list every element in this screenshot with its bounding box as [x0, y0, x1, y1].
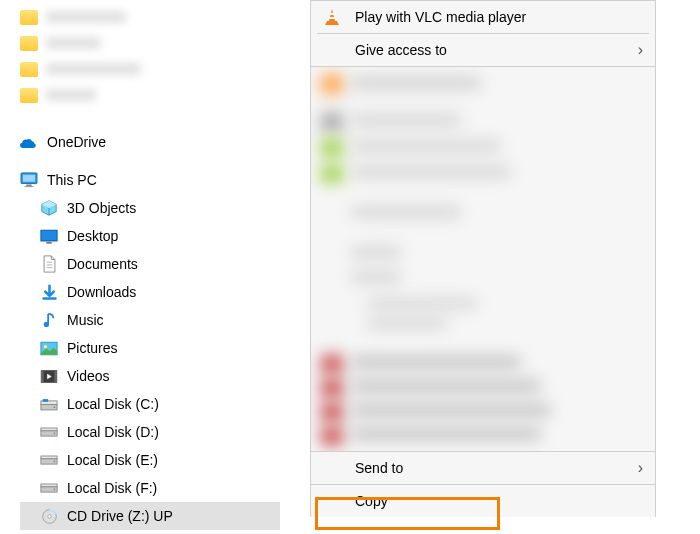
sidebar-item-3d-objects[interactable]: 3D Objects [20, 194, 280, 222]
svg-point-29 [54, 488, 56, 490]
svg-point-23 [54, 432, 56, 434]
onedrive-icon [20, 133, 38, 151]
sidebar-item-label: Documents [67, 256, 138, 272]
cd-drive-icon [40, 507, 58, 525]
context-menu-item-label: Send to [355, 460, 624, 476]
svg-point-11 [44, 322, 49, 327]
blank-icon [323, 459, 341, 477]
sidebar-item-onedrive[interactable]: OneDrive [20, 128, 280, 156]
svg-point-31 [47, 514, 50, 517]
sidebar-item-blurred [20, 32, 280, 54]
chevron-right-icon: › [638, 459, 643, 477]
sidebar-item-local-disk-c[interactable]: Local Disk (C:) [20, 390, 280, 418]
svg-point-13 [44, 344, 48, 348]
sidebar-item-label: CD Drive (Z:) UP [67, 508, 173, 524]
context-menu-item-send-to[interactable]: Send to › [311, 452, 655, 484]
context-menu: Play with VLC media player Give access t… [310, 0, 656, 517]
svg-rect-3 [25, 186, 34, 187]
explorer-nav-sidebar: OneDrive This PC 3D Objects Desktop [20, 0, 280, 530]
sidebar-item-cd-drive-z[interactable]: CD Drive (Z:) UP [20, 502, 280, 530]
svg-rect-19 [43, 399, 48, 402]
pictures-icon [40, 339, 58, 357]
sidebar-item-downloads[interactable]: Downloads [20, 278, 280, 306]
svg-rect-22 [41, 428, 57, 431]
sidebar-item-label: Videos [67, 368, 110, 384]
context-menu-item-label: Give access to [355, 42, 624, 58]
sidebar-item-label: 3D Objects [67, 200, 136, 216]
sidebar-item-blurred [20, 58, 280, 80]
context-menu-item-copy[interactable]: Copy [311, 485, 655, 517]
documents-icon [40, 255, 58, 273]
context-menu-item-vlc[interactable]: Play with VLC media player [311, 1, 655, 33]
sidebar-item-label: This PC [47, 172, 97, 188]
sidebar-item-label: Music [67, 312, 104, 328]
context-menu-blurred-items [311, 66, 655, 451]
drive-icon [40, 451, 58, 469]
sidebar-item-local-disk-d[interactable]: Local Disk (D:) [20, 418, 280, 446]
svg-rect-1 [23, 175, 35, 182]
sidebar-item-blurred [20, 84, 280, 106]
sidebar-item-desktop[interactable]: Desktop [20, 222, 280, 250]
svg-rect-6 [46, 241, 51, 243]
sidebar-item-label: Desktop [67, 228, 118, 244]
sidebar-item-local-disk-e[interactable]: Local Disk (E:) [20, 446, 280, 474]
sidebar-item-local-disk-f[interactable]: Local Disk (F:) [20, 474, 280, 502]
videos-icon [40, 367, 58, 385]
sidebar-item-label: Pictures [67, 340, 118, 356]
chevron-right-icon: › [638, 41, 643, 59]
desktop-icon [40, 227, 58, 245]
svg-rect-2 [26, 184, 31, 186]
sidebar-item-documents[interactable]: Documents [20, 250, 280, 278]
context-menu-item-label: Copy [355, 493, 643, 509]
svg-rect-25 [41, 456, 57, 459]
svg-point-26 [54, 460, 56, 462]
sidebar-item-label: Downloads [67, 284, 136, 300]
blank-icon [323, 41, 341, 59]
sidebar-item-music[interactable]: Music [20, 306, 280, 334]
svg-rect-4 [41, 230, 57, 241]
this-pc-icon [20, 171, 38, 189]
sidebar-item-label: Local Disk (C:) [67, 396, 159, 412]
sidebar-item-pictures[interactable]: Pictures [20, 334, 280, 362]
context-menu-item-give-access[interactable]: Give access to › [311, 34, 655, 66]
sidebar-item-videos[interactable]: Videos [20, 362, 280, 390]
svg-point-20 [54, 406, 56, 408]
sidebar-item-label: Local Disk (E:) [67, 452, 158, 468]
context-menu-item-label: Play with VLC media player [355, 9, 643, 25]
vlc-icon [323, 8, 341, 26]
music-icon [40, 311, 58, 329]
svg-rect-32 [330, 13, 334, 15]
sidebar-item-label: Local Disk (D:) [67, 424, 159, 440]
svg-rect-33 [330, 17, 335, 19]
svg-rect-15 [41, 370, 44, 383]
downloads-icon [40, 283, 58, 301]
3d-objects-icon [40, 199, 58, 217]
svg-rect-28 [41, 484, 57, 487]
sidebar-item-label: Local Disk (F:) [67, 480, 157, 496]
svg-rect-16 [54, 370, 57, 383]
sidebar-item-thispc[interactable]: This PC [20, 166, 280, 194]
sidebar-item-blurred [20, 6, 280, 28]
drive-icon [40, 479, 58, 497]
drive-icon [40, 423, 58, 441]
blank-icon [323, 492, 341, 510]
drive-icon [40, 395, 58, 413]
sidebar-item-label: OneDrive [47, 134, 106, 150]
